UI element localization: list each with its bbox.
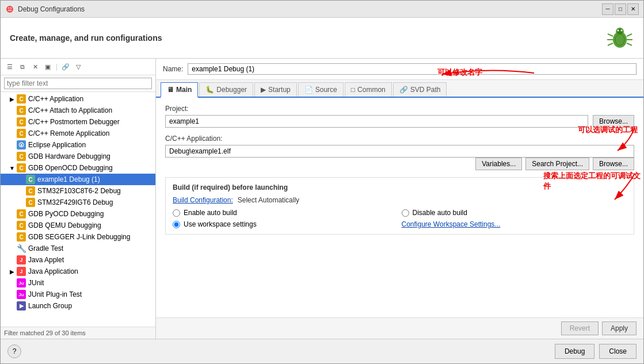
gdb-qemu-icon: C <box>17 221 26 230</box>
tree-item-java-applet[interactable]: ▶ J Java Applet <box>1 254 155 266</box>
enable-auto-build-option[interactable]: Enable auto build <box>173 209 398 217</box>
delete-button[interactable]: ✕ <box>29 61 41 72</box>
name-row: Name: <box>156 59 643 80</box>
tree-item-label: GDB Hardware Debugging <box>28 152 110 160</box>
java-applet-icon: J <box>17 255 26 265</box>
search-project-button[interactable]: Search Project... <box>525 158 589 170</box>
svg-point-2 <box>10 7 12 9</box>
tree-item-gradle[interactable]: ▶ 🔧 Gradle Test <box>1 243 155 254</box>
tree-item-label: JUnit <box>28 279 44 287</box>
app-input[interactable] <box>165 145 634 158</box>
cpp-attach-icon: C <box>17 106 26 115</box>
tree-item-stm32f429[interactable]: ▶ C STM32F429IGT6 Debug <box>1 197 155 208</box>
tree-item-gdb-openocd[interactable]: ▼ C GDB OpenOCD Debugging <box>1 162 155 174</box>
tree-item-gdb-qemu[interactable]: ▶ C GDB QEMU Debugging <box>1 220 155 231</box>
enable-auto-build-label: Enable auto build <box>184 209 237 217</box>
tab-bar: 🖥 Main 🐛 Debugger ▶ Startup 📄 Source <box>156 80 643 98</box>
help-button[interactable]: ? <box>7 344 21 358</box>
left-toolbar: ☰ ⧉ ✕ ▣ | 🔗 ▽ <box>1 59 155 75</box>
svd-tab-icon: 🔗 <box>399 86 408 94</box>
gdb-hw-icon: C <box>17 152 26 161</box>
debug-button[interactable]: Debug <box>555 344 595 359</box>
collapse-button[interactable]: ▣ <box>42 61 54 72</box>
project-browse-button[interactable]: Browse... <box>593 115 634 128</box>
variables-button[interactable]: Variables... <box>475 158 522 170</box>
new-config-button[interactable]: ☰ <box>4 61 16 72</box>
gdb-segger-icon: C <box>17 232 26 242</box>
close-button-bottom[interactable]: Close <box>599 344 637 359</box>
left-panel: ☰ ⧉ ✕ ▣ | 🔗 ▽ ▶ C C/C++ Application <box>1 59 156 339</box>
tree-item-eclipse[interactable]: ▶ ⦿ Eclipse Application <box>1 139 155 151</box>
tree-item-cpp-postmortem[interactable]: ▶ C C/C++ Postmortem Debugger <box>1 116 155 128</box>
build-config-value: Select Automatically <box>238 196 299 204</box>
build-config-row: Build Configuration: Select Automaticall… <box>173 196 627 204</box>
tree-item-cpp-remote[interactable]: ▶ C C/C++ Remote Application <box>1 128 155 139</box>
junit-plugin-icon: Ju <box>17 290 26 299</box>
tree-item-launch-group[interactable]: ▶ ▶ Launch Group <box>1 300 155 312</box>
debugger-tab-icon: 🐛 <box>205 86 214 94</box>
tab-main[interactable]: 🖥 Main <box>161 82 198 98</box>
name-input[interactable] <box>188 63 637 75</box>
tree-item-junit[interactable]: ▶ Ju JUnit <box>1 277 155 289</box>
tab-source[interactable]: 📄 Source <box>298 82 344 97</box>
tab-common[interactable]: □ Common <box>345 82 392 97</box>
project-field-with-btn: Browse... <box>165 115 634 128</box>
tree-item-label: STM32F429IGT6 Debug <box>37 198 113 206</box>
configure-workspace-link[interactable]: Configure Workspace Settings... <box>402 220 501 228</box>
minimize-button[interactable]: ─ <box>602 3 613 15</box>
apply-button[interactable]: Apply <box>602 321 637 335</box>
gdb-pyocd-icon: C <box>17 209 26 219</box>
svg-point-8 <box>621 30 623 32</box>
tree-item-example1-debug[interactable]: ▶ C example1 Debug (1) <box>1 174 155 185</box>
tree-item-label: GDB QEMU Debugging <box>28 221 101 229</box>
tab-svd-path[interactable]: 🔗 SVD Path <box>393 82 447 97</box>
junit-icon: Ju <box>17 278 26 288</box>
tree-item-label: example1 Debug (1) <box>37 175 100 183</box>
close-button[interactable]: ✕ <box>627 3 639 15</box>
tree-item-gdb-segger[interactable]: ▶ C GDB SEGGER J-Link Debugging <box>1 231 155 243</box>
tab-debugger-label: Debugger <box>216 86 247 94</box>
tree-item-java-app[interactable]: ▶ J Java Application <box>1 266 155 277</box>
tree-item-label: Java Applet <box>28 256 64 264</box>
header-area: Create, manage, and run configurations <box>1 18 643 59</box>
tree-item-junit-plugin[interactable]: ▶ Ju JUnit Plug-in Test <box>1 289 155 300</box>
tree-item-cpp-app[interactable]: ▶ C C/C++ Application <box>1 93 155 105</box>
tree-item-stm32f103[interactable]: ▶ C STM32F103C8T6-2 Debug <box>1 185 155 197</box>
debug-configurations-window: Debug Configurations ─ □ ✕ Create, manag… <box>0 0 644 364</box>
tree-item-cpp-attach[interactable]: ▶ C C/C++ Attach to Application <box>1 105 155 116</box>
tab-content-main: Project: Browse... C/C++ Application: Va… <box>156 98 643 317</box>
revert-button[interactable]: Revert <box>561 321 599 335</box>
disable-auto-build-label: Disable auto build <box>413 209 467 217</box>
tree-item-label: STM32F103C8T6-2 Debug <box>37 187 121 195</box>
tree-item-label: Launch Group <box>28 302 72 310</box>
bottom-bar: ? Debug Close <box>1 339 643 363</box>
disable-auto-build-radio[interactable] <box>402 209 409 217</box>
tab-debugger[interactable]: 🐛 Debugger <box>199 82 253 97</box>
use-workspace-option[interactable]: Use workspace settings <box>173 220 398 228</box>
tab-svd-label: SVD Path <box>410 86 441 94</box>
tree-item-gdb-pyocd[interactable]: ▶ C GDB PyOCD Debugging <box>1 208 155 220</box>
tree-item-label: Java Application <box>28 267 78 275</box>
tree-item-label: GDB OpenOCD Debugging <box>28 164 113 172</box>
tree-item-label: GDB SEGGER J-Link Debugging <box>28 233 130 241</box>
project-label: Project: <box>165 105 634 113</box>
link-button[interactable]: 🔗 <box>60 61 71 72</box>
filter-button[interactable]: ▽ <box>73 61 84 72</box>
maximize-button[interactable]: □ <box>615 3 626 15</box>
build-config-link[interactable]: Build Configuration: <box>173 196 233 204</box>
configure-workspace-option[interactable]: Configure Workspace Settings... <box>402 220 627 228</box>
disable-auto-build-option[interactable]: Disable auto build <box>402 209 627 217</box>
tab-startup[interactable]: ▶ Startup <box>254 82 297 97</box>
filter-input[interactable] <box>4 78 152 89</box>
duplicate-button[interactable]: ⧉ <box>17 61 28 72</box>
app-browse-button[interactable]: Browse... <box>593 158 634 170</box>
project-input[interactable] <box>165 115 588 128</box>
tree-item-gdb-hw[interactable]: ▶ C GDB Hardware Debugging <box>1 151 155 162</box>
build-section-title: Build (if required) before launching <box>173 183 627 191</box>
tab-common-label: Common <box>357 86 386 94</box>
tree-item-label: C/C++ Remote Application <box>28 129 109 137</box>
use-workspace-radio[interactable] <box>173 221 180 228</box>
enable-auto-build-radio[interactable] <box>173 209 180 217</box>
configuration-tree: ▶ C C/C++ Application ▶ C C/C++ Attach t… <box>1 92 155 327</box>
right-panel: Name: 🖥 Main 🐛 Debugger ▶ Startu <box>156 59 643 339</box>
